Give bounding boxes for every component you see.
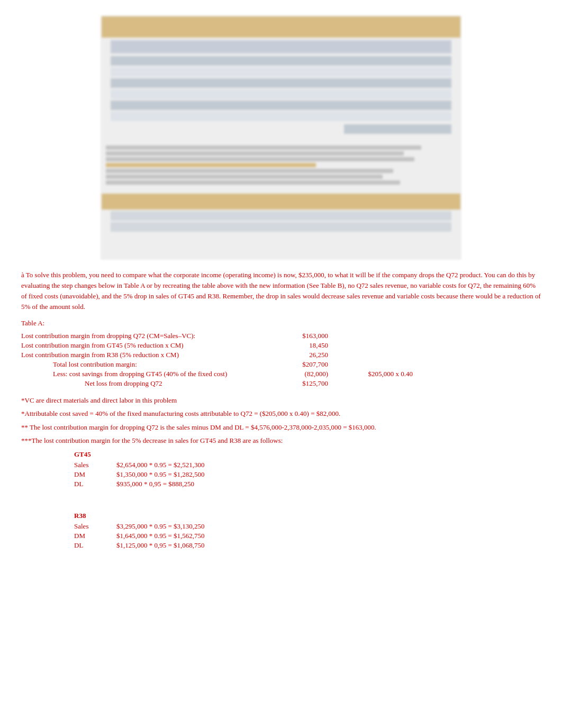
- gt45-sales-label: Sales: [74, 461, 116, 469]
- main-content: à To solve this problem, you need to com…: [21, 270, 541, 550]
- row-label: Lost contribution margin from GT45 (5% r…: [21, 341, 286, 350]
- row-label: Less: cost savings from dropping GT45 (4…: [21, 370, 286, 378]
- r38-dl-label: DL: [74, 541, 116, 550]
- row-value: 18,450: [286, 341, 328, 350]
- row-extra: [328, 360, 413, 369]
- list-item: DM $1,645,000 * 0.95 = $1,562,750: [74, 532, 541, 540]
- row-value: (82,000): [286, 370, 328, 378]
- row-extra: $205,000 x 0.40: [328, 370, 413, 378]
- table-row: Lost contribution margin from R38 (5% re…: [21, 351, 541, 359]
- row-value: 26,250: [286, 351, 328, 359]
- table-a: Lost contribution margin from dropping Q…: [21, 332, 541, 388]
- r38-sub-table: R38 Sales $3,295,000 * 0.95 = $3,130,250…: [74, 512, 541, 550]
- gt45-dl-label: DL: [74, 480, 116, 488]
- row-value: $163,000: [286, 332, 328, 340]
- row-value: $207,700: [286, 360, 328, 369]
- row-extra: [328, 341, 413, 350]
- r38-sales-value: $3,295,000 * 0.95 = $3,130,250: [116, 522, 249, 531]
- list-item: DM $1,350,000 * 0.95 = $1,282,500: [74, 470, 541, 479]
- blurred-content-area: [101, 16, 461, 259]
- list-item: DL $1,125,000 * 0,95 = $1,068,750: [74, 541, 541, 550]
- row-label: Lost contribution margin from R38 (5% re…: [21, 351, 286, 359]
- footnote-2: *Attributable cost saved = 40% of the fi…: [21, 408, 541, 419]
- gt45-sub-table: GT45 Sales $2,654,000 * 0.95 = $2,521,30…: [74, 450, 541, 488]
- table-row: Lost contribution margin from GT45 (5% r…: [21, 341, 541, 350]
- row-label: Lost contribution margin from dropping Q…: [21, 332, 286, 340]
- r38-dm-label: DM: [74, 532, 116, 540]
- row-extra: [328, 332, 413, 340]
- gt45-dl-value: $935,000 * 0,95 = $888,250: [116, 480, 249, 488]
- r38-dl-value: $1,125,000 * 0,95 = $1,068,750: [116, 541, 249, 550]
- gt45-title: GT45: [74, 450, 541, 459]
- footnote-3: ** The lost contribution margin for drop…: [21, 422, 541, 433]
- r38-title: R38: [74, 512, 541, 520]
- r38-sales-label: Sales: [74, 522, 116, 531]
- row-label: Total lost contribution margin:: [21, 360, 286, 369]
- intro-paragraph: à To solve this problem, you need to com…: [21, 270, 541, 313]
- table-a-label: Table A:: [21, 319, 541, 327]
- row-value-net-loss: $125,700: [286, 379, 328, 388]
- row-label-net-loss: Net loss from dropping Q72: [21, 379, 286, 388]
- gt45-sales-value: $2,654,000 * 0.95 = $2,521,300: [116, 461, 249, 469]
- gt45-dm-label: DM: [74, 470, 116, 479]
- row-extra: [328, 379, 413, 388]
- list-item: DL $935,000 * 0,95 = $888,250: [74, 480, 541, 488]
- footnote-1: *VC are direct materials and direct labo…: [21, 395, 541, 406]
- table-row: Less: cost savings from dropping GT45 (4…: [21, 370, 541, 378]
- list-item: Sales $2,654,000 * 0.95 = $2,521,300: [74, 461, 541, 469]
- list-item: Sales $3,295,000 * 0.95 = $3,130,250: [74, 522, 541, 531]
- table-row-net-loss: Net loss from dropping Q72 $125,700: [21, 379, 541, 388]
- r38-dm-value: $1,645,000 * 0.95 = $1,562,750: [116, 532, 249, 540]
- table-row: Total lost contribution margin: $207,700: [21, 360, 541, 369]
- gt45-dm-value: $1,350,000 * 0.95 = $1,282,500: [116, 470, 249, 479]
- row-extra: [328, 351, 413, 359]
- footnote-4: ***The lost contribution margin for the …: [21, 435, 541, 446]
- table-row: Lost contribution margin from dropping Q…: [21, 332, 541, 340]
